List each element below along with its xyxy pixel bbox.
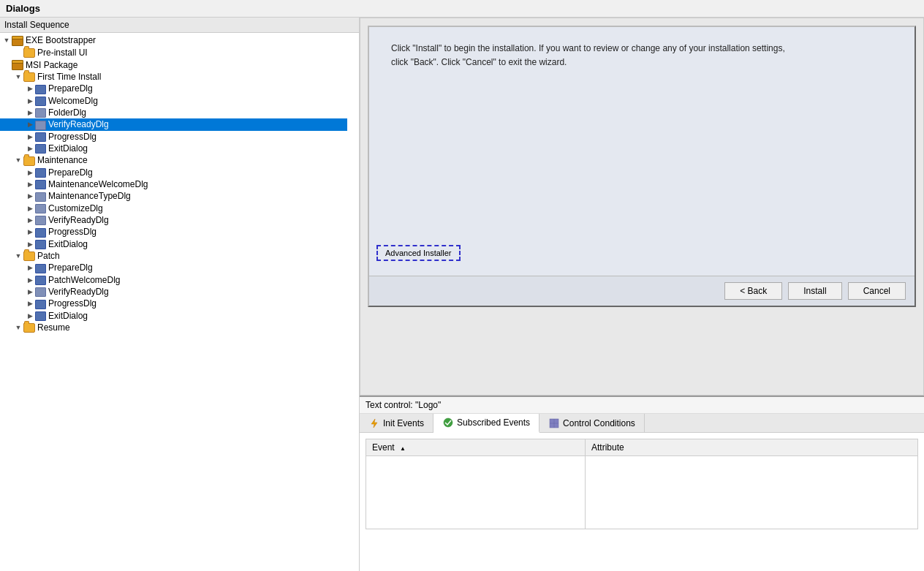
- item-label-prepare-dlg-3: PrepareDlg: [48, 262, 93, 273]
- item-label-prepare-dlg-2: PrepareDlg: [48, 167, 93, 178]
- expand-arrow-exe-bootstrapper[interactable]: ▼: [1, 37, 12, 44]
- tab-label-control-conditions: Control Conditions: [563, 418, 635, 428]
- tab-icon-init-events: [368, 417, 380, 429]
- tree-item-folder-dlg[interactable]: ▶FolderDlg: [0, 107, 347, 118]
- item-icon-exit-dialog-1: [35, 143, 48, 154]
- expand-arrow-exit-dialog-1[interactable]: ▶: [25, 145, 35, 152]
- tree-item-exit-dialog-1[interactable]: ▶ExitDialog: [0, 143, 347, 154]
- expand-arrow-patch[interactable]: ▼: [13, 252, 23, 260]
- item-label-resume: Resume: [37, 322, 70, 333]
- tree-list: ▼EXE BootstrapperPre-install UIMSI Packa…: [0, 33, 359, 335]
- tree-item-prepare-dlg-2[interactable]: ▶PrepareDlg: [0, 167, 347, 178]
- tree-item-progress-dlg-1[interactable]: ▶ProgressDlg: [0, 131, 347, 143]
- tree-item-patch[interactable]: ▼Patch: [0, 250, 347, 262]
- tree-item-progress-dlg-2[interactable]: ▶ProgressDlg: [0, 226, 347, 238]
- tab-icon-subscribed-events: [442, 417, 454, 428]
- main-container: Dialogs Install Sequence ▼EXE Bootstrapp…: [0, 0, 924, 571]
- item-label-progress-dlg-1: ProgressDlg: [48, 132, 96, 142]
- tree-item-pre-install-ui[interactable]: Pre-install UI: [0, 47, 347, 58]
- tree-item-welcome-dlg[interactable]: ▶WelcomeDlg: [0, 95, 347, 107]
- item-label-progress-dlg-2: ProgressDlg: [48, 227, 96, 237]
- expand-arrow-progress-dlg-3[interactable]: ▶: [25, 300, 35, 307]
- tree-item-msi-package[interactable]: MSI Package: [0, 58, 347, 71]
- expand-arrow-verify-ready-dlg-1[interactable]: ▶: [25, 121, 35, 128]
- item-icon-folder-dlg: [35, 107, 48, 118]
- tree-item-progress-dlg-3[interactable]: ▶ProgressDlg: [0, 298, 347, 309]
- tab-subscribed-events[interactable]: Subscribed Events: [433, 414, 539, 433]
- item-label-progress-dlg-3: ProgressDlg: [48, 298, 96, 309]
- expand-arrow-maintenance-welcome-dlg[interactable]: ▶: [25, 181, 35, 188]
- tree-item-verify-ready-dlg-1[interactable]: ▶VerifyReadyDlg: [0, 118, 347, 130]
- expand-arrow-prepare-dlg-1[interactable]: ▶: [25, 85, 35, 92]
- tab-label-subscribed-events: Subscribed Events: [457, 417, 530, 428]
- item-icon-exit-dialog-2: [35, 239, 48, 249]
- sequence-header: Install Sequence: [0, 18, 359, 33]
- tree-item-patch-welcome-dlg[interactable]: ▶PatchWelcomeDlg: [0, 274, 347, 286]
- expand-arrow-maintenance-type-dlg[interactable]: ▶: [25, 192, 35, 200]
- item-icon-welcome-dlg: [35, 96, 48, 106]
- table-row: [366, 456, 918, 529]
- tree-item-resume[interactable]: ▼Resume: [0, 322, 347, 333]
- expand-arrow-prepare-dlg-2[interactable]: ▶: [25, 169, 35, 176]
- item-icon-exit-dialog-3: [35, 311, 48, 321]
- tree-item-prepare-dlg-1[interactable]: ▶PrepareDlg: [0, 83, 347, 94]
- item-label-exit-dialog-2: ExitDialog: [48, 239, 88, 249]
- item-icon-patch: [23, 251, 37, 261]
- expand-arrow-folder-dlg[interactable]: ▶: [25, 109, 35, 116]
- event-column-header[interactable]: Event ▲: [366, 439, 586, 456]
- tree-item-maintenance[interactable]: ▼Maintenance: [0, 154, 347, 166]
- events-table: Event ▲ Attribute: [366, 439, 918, 529]
- item-icon-maintenance-welcome-dlg: [35, 179, 48, 189]
- item-label-pre-install-ui: Pre-install UI: [37, 48, 88, 58]
- expand-arrow-customize-dlg[interactable]: ▶: [25, 205, 35, 212]
- tree-item-customize-dlg[interactable]: ▶CustomizeDlg: [0, 203, 347, 214]
- install-button[interactable]: Install: [788, 282, 841, 300]
- item-icon-verify-ready-dlg-1: [35, 119, 48, 129]
- item-icon-verify-ready-dlg-2: [35, 215, 48, 225]
- right-panel: Click "Install" to begin the installatio…: [360, 18, 924, 571]
- expand-arrow-maintenance[interactable]: ▼: [13, 156, 23, 164]
- item-label-patch: Patch: [37, 251, 60, 261]
- item-label-patch-welcome-dlg: PatchWelcomeDlg: [48, 275, 120, 285]
- expand-arrow-welcome-dlg[interactable]: ▶: [25, 97, 35, 105]
- tree-item-prepare-dlg-3[interactable]: ▶PrepareDlg: [0, 262, 347, 273]
- item-label-exit-dialog-1: ExitDialog: [48, 143, 88, 154]
- item-label-exit-dialog-3: ExitDialog: [48, 311, 88, 321]
- item-label-welcome-dlg: WelcomeDlg: [48, 96, 98, 106]
- expand-arrow-first-time-install[interactable]: ▼: [13, 73, 23, 80]
- tree-item-exit-dialog-2[interactable]: ▶ExitDialog: [0, 238, 347, 250]
- expand-arrow-prepare-dlg-3[interactable]: ▶: [25, 264, 35, 271]
- tree-item-exe-bootstrapper[interactable]: ▼EXE Bootstrapper: [0, 34, 347, 47]
- expand-arrow-exit-dialog-2[interactable]: ▶: [25, 241, 35, 248]
- tree-item-verify-ready-dlg-3[interactable]: ▶VerifyReadyDlg: [0, 286, 347, 298]
- expand-arrow-patch-welcome-dlg[interactable]: ▶: [25, 276, 35, 284]
- expand-arrow-verify-ready-dlg-2[interactable]: ▶: [25, 216, 35, 224]
- tree-item-verify-ready-dlg-2[interactable]: ▶VerifyReadyDlg: [0, 214, 347, 226]
- tree-item-maintenance-welcome-dlg[interactable]: ▶MaintenanceWelcomeDlg: [0, 178, 347, 190]
- item-label-verify-ready-dlg-3: VerifyReadyDlg: [48, 287, 109, 297]
- back-button[interactable]: < Back: [724, 282, 782, 300]
- expand-arrow-progress-dlg-2[interactable]: ▶: [25, 228, 35, 235]
- item-icon-first-time-install: [23, 72, 37, 82]
- expand-arrow-resume[interactable]: ▼: [13, 324, 23, 331]
- tree-item-exit-dialog-3[interactable]: ▶ExitDialog: [0, 310, 347, 322]
- expand-arrow-verify-ready-dlg-3[interactable]: ▶: [25, 288, 35, 295]
- item-label-exe-bootstrapper: EXE Bootstrapper: [26, 35, 96, 45]
- expand-arrow-exit-dialog-3[interactable]: ▶: [25, 312, 35, 319]
- attribute-column-header[interactable]: Attribute: [586, 439, 918, 456]
- expand-arrow-progress-dlg-1[interactable]: ▶: [25, 133, 35, 140]
- app-title: Dialogs: [6, 3, 40, 14]
- tree-item-maintenance-type-dlg[interactable]: ▶MaintenanceTypeDlg: [0, 190, 347, 202]
- svg-marker-0: [371, 419, 377, 428]
- tab-init-events[interactable]: Init Events: [360, 414, 433, 432]
- tab-control-conditions[interactable]: Control Conditions: [539, 414, 645, 432]
- cancel-button[interactable]: Cancel: [848, 282, 906, 300]
- tab-label-init-events: Init Events: [383, 418, 424, 428]
- tree-container[interactable]: ▼EXE BootstrapperPre-install UIMSI Packa…: [0, 33, 359, 571]
- item-label-folder-dlg: FolderDlg: [48, 107, 86, 118]
- item-icon-prepare-dlg-1: [35, 83, 48, 94]
- item-icon-maintenance-type-dlg: [35, 191, 48, 201]
- item-label-msi-package: MSI Package: [26, 60, 77, 70]
- tab-icon-control-conditions: [548, 417, 560, 429]
- tree-item-first-time-install[interactable]: ▼First Time Install: [0, 71, 347, 83]
